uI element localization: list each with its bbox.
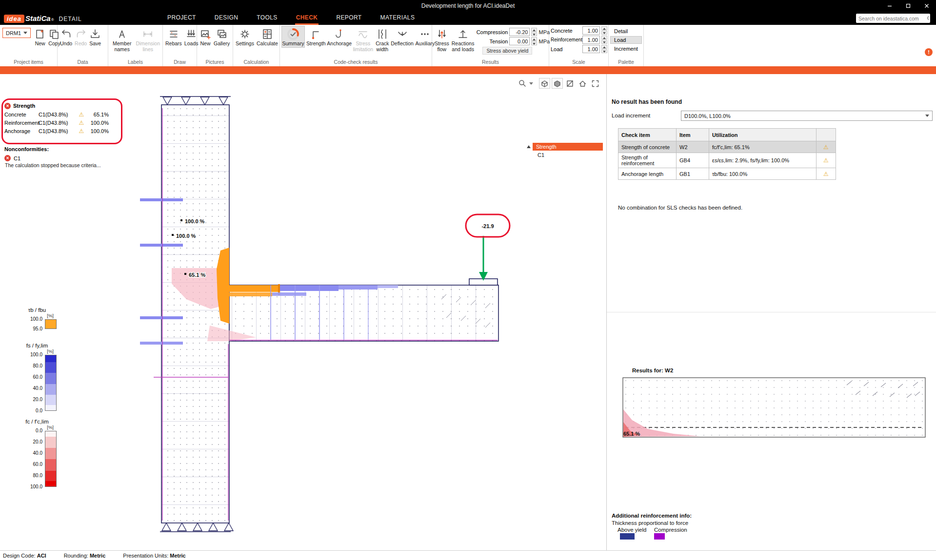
- tree-item-strength[interactable]: Strength: [533, 143, 603, 151]
- member-names-button[interactable]: Member names: [110, 26, 134, 54]
- legend-concrete: fc / f'c,lim [%] 0.0 20.0 40.0 60.0 80.0…: [18, 419, 57, 487]
- drm-dropdown[interactable]: DRM1: [2, 28, 31, 38]
- stress-above-yield-chip[interactable]: Stress above yield: [482, 47, 532, 55]
- search-box: [856, 14, 930, 23]
- save-icon: [89, 27, 101, 41]
- nonconformity-text: The calculation stopped because criteria…: [4, 162, 131, 168]
- collapse-icon[interactable]: [527, 145, 531, 148]
- group-caption-labels: Labels: [110, 58, 161, 66]
- summary-row-concrete[interactable]: Concrete C1(D43.8%) ⚠ 65.1%: [4, 110, 120, 118]
- calculate-button[interactable]: Calculate: [256, 26, 279, 48]
- header-item[interactable]: Item: [677, 129, 709, 141]
- palette-increment-button[interactable]: Increment: [610, 45, 642, 53]
- results-fields: Compression MPa Tension MPa Stress above…: [476, 26, 550, 55]
- strength-button[interactable]: Strength: [305, 26, 327, 48]
- load-increment-label: Load increment: [612, 113, 650, 118]
- palette-load-button[interactable]: Load: [610, 36, 642, 44]
- summary-row-item: C1(D43.8%): [39, 112, 77, 117]
- header-check-item[interactable]: Check item: [618, 129, 677, 141]
- summary-button[interactable]: Summary: [281, 26, 305, 48]
- summary-row-reinforcement[interactable]: Reinforcement C1(D43.8%) ⚠ 100.0%: [4, 118, 120, 127]
- save-button[interactable]: Save: [88, 26, 102, 48]
- summary-row-name: Anchorage: [4, 128, 39, 134]
- group-caption-pictures: Pictures: [199, 58, 231, 66]
- title-bar: Development length for ACI.ideaDet: [0, 0, 936, 12]
- stress-flow-button[interactable]: Stress flow: [434, 26, 450, 54]
- minimize-button[interactable]: [880, 0, 899, 12]
- solid-view-button[interactable]: [552, 78, 563, 89]
- group-caption-code-check: Code-check results: [281, 58, 430, 66]
- dimension-lines-button[interactable]: Dimension lines: [135, 26, 161, 54]
- scale-reinforcement-input[interactable]: [582, 36, 600, 44]
- group-caption-data: Data: [59, 58, 106, 66]
- view-cube-button[interactable]: [539, 78, 550, 89]
- redo-button[interactable]: Redo: [74, 26, 88, 48]
- menu-item-materials[interactable]: MATERIALS: [379, 12, 416, 25]
- error-icon: ✕: [4, 103, 11, 109]
- menu-item-design[interactable]: DESIGN: [214, 12, 239, 25]
- notification-icon[interactable]: !: [925, 48, 933, 56]
- loads-icon: [185, 27, 197, 41]
- menu-item-project[interactable]: PROJECT: [166, 12, 197, 25]
- summary-row-anchorage[interactable]: Anchorage C1(D43.8%) ⚠ 100.0%: [4, 127, 120, 135]
- app-window: Development length for ACI.ideaDet idea …: [0, 0, 936, 560]
- menu-item-check[interactable]: CHECK: [295, 12, 319, 25]
- gallery-button[interactable]: Gallery: [213, 26, 231, 48]
- scale-reinforcement-spinner[interactable]: [601, 36, 607, 44]
- scale-load-spinner[interactable]: [601, 45, 607, 53]
- structure-drawing: -21.9 100.0 % 100.0 % 65.1 %: [0, 74, 606, 550]
- scale-concrete-spinner[interactable]: [601, 26, 607, 35]
- ribbon-group-palette: Detail Load Increment Palette: [609, 25, 644, 66]
- member-names-icon: [116, 27, 128, 41]
- crack-width-icon: [377, 27, 388, 41]
- table-row-anchorage[interactable]: Anchorage length GB1 τb/fbu: 100.0% ⚠: [618, 168, 836, 180]
- close-button[interactable]: [917, 0, 936, 12]
- table-row-concrete[interactable]: Strength of concrete W2 fc/f'c,lim: 65.1…: [618, 141, 836, 153]
- rebars-button[interactable]: Rebars: [164, 26, 183, 48]
- home-view-button[interactable]: [577, 78, 588, 89]
- legend-ticks: 100.0 80.0 60.0 40.0 20.0 0.0: [18, 355, 45, 411]
- compression-row: Compression MPa: [476, 28, 550, 36]
- new-picture-button[interactable]: New: [199, 26, 212, 48]
- zoom-button[interactable]: [517, 78, 528, 89]
- table-row-reinforcement[interactable]: Strength of reinforcement GB4 εs/εs,lim:…: [618, 153, 836, 168]
- search-icon[interactable]: [927, 15, 929, 22]
- scale-concrete-input[interactable]: [582, 26, 600, 35]
- model-canvas[interactable]: -21.9 100.0 % 100.0 % 65.1 % ✕ Strength: [0, 74, 606, 550]
- undo-button[interactable]: Undo: [59, 26, 73, 48]
- settings-button[interactable]: Settings: [235, 26, 255, 48]
- tension-spinner[interactable]: [531, 37, 537, 45]
- gear-icon: [239, 27, 251, 41]
- header-utilization[interactable]: Utilization: [709, 129, 817, 141]
- nonconformity-item[interactable]: ✕ C1: [4, 154, 131, 162]
- logo-registered-mark: ®: [51, 18, 54, 22]
- status-design-code: Design Code: ACI: [3, 553, 46, 559]
- compression-input[interactable]: [509, 28, 530, 36]
- zoom-chevron-icon[interactable]: [529, 82, 533, 85]
- section-view-button[interactable]: [564, 78, 576, 89]
- stress-limitation-button[interactable]: Stress limitation: [352, 26, 374, 54]
- menu-item-report[interactable]: REPORT: [335, 12, 362, 25]
- window-title: Development length for ACI.ideaDet: [0, 2, 936, 9]
- crack-width-button[interactable]: Crack width: [375, 26, 390, 54]
- search-input[interactable]: [856, 16, 927, 21]
- scale-load-input[interactable]: [582, 45, 600, 53]
- group-caption-results: Results: [434, 58, 547, 66]
- canvas-toolbar: [517, 78, 601, 89]
- compression-spinner[interactable]: [531, 28, 537, 36]
- menu-item-tools[interactable]: TOOLS: [256, 12, 278, 25]
- summary-row-value: 100.0%: [86, 128, 109, 134]
- reactions-loads-button[interactable]: Reactions and loads: [451, 26, 476, 54]
- fit-view-button[interactable]: [590, 78, 601, 89]
- load-increment-dropdown[interactable]: D100.0%, L100.0%: [681, 111, 933, 121]
- tree-item-c1[interactable]: C1: [527, 151, 603, 158]
- new-project-item-button[interactable]: New: [33, 26, 47, 48]
- anchorage-button[interactable]: Anchorage: [327, 26, 352, 48]
- results-panel: No result has been found Load increment …: [606, 74, 936, 550]
- legend-concrete-swatch: [45, 431, 57, 487]
- deflection-button[interactable]: Deflection: [391, 26, 414, 48]
- palette-detail-button[interactable]: Detail: [610, 27, 642, 35]
- maximize-button[interactable]: [899, 0, 917, 12]
- fullscreen-icon: [591, 79, 599, 88]
- tension-input[interactable]: [509, 37, 530, 45]
